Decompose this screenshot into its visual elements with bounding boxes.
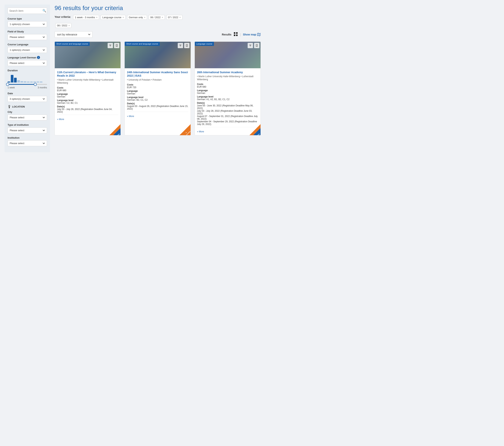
duration-slider-min-thumb[interactable] [6,83,9,86]
card-1-language: Language German [57,93,118,98]
card-1-actions [108,43,119,48]
card-2-ribbon: ✦ Scholarships [174,118,191,135]
show-map-button[interactable]: Show map [243,33,261,37]
duration-slider-labels: 1 week 3 months [8,86,47,89]
card-1-dates: Date(s) July 03 - July 28, 2022 (Registr… [57,105,118,113]
criteria-tag-close-icon[interactable]: × [144,16,145,19]
course-language-label: Course Language [8,43,47,46]
card-3-filter-button[interactable] [248,43,253,48]
criteria-tag-close-icon[interactable]: × [96,16,97,19]
results-view: Results | Show map [222,32,261,38]
map-icon [257,33,261,37]
svg-rect-4 [234,35,235,36]
location-header: LOCATION [8,105,47,108]
card-3-actions [248,43,259,48]
card-3-title[interactable]: 26th International Summer Academy [197,71,258,74]
institution-select[interactable]: Please select [8,140,47,146]
card-3-divider [197,127,258,127]
card-3-more-link[interactable]: » More [197,130,204,133]
criteria-tag-08-2022[interactable]: 08 / 2022 × [55,23,72,28]
duration-bar [24,81,26,82]
grid-view-icon [234,32,238,36]
card-1-more-link[interactable]: » More [57,118,64,121]
card-2-filter-button[interactable] [178,43,183,48]
card-1-online-ribbon: 🖥 Online [109,128,121,135]
criteria-tag-close-icon[interactable]: × [162,16,163,19]
search-button[interactable]: 🔍 [42,9,46,13]
card-2-dates: Date(s) August 03 - August 26, 2022 (Reg… [127,102,188,110]
field-of-study-select[interactable]: Please select [8,34,47,40]
svg-point-1 [9,106,10,106]
duration-filter: Duration 1 week 3 month [8,69,47,89]
card-3-image-container: Language course [195,42,261,68]
criteria-tag-german-only[interactable]: German only × [127,15,147,20]
card-1-bookmark-button[interactable] [114,43,119,48]
cards-grid: Short course and language course [54,41,261,136]
bookmark-icon [186,44,188,47]
card-1-title[interactable]: 11th Current Literature – Here's What Ge… [57,71,118,77]
svg-rect-5 [236,35,238,36]
duration-bar [11,75,14,82]
card-1-institution: • Martin Luther University Halle-Wittenb… [57,78,118,84]
institution-type-select[interactable]: Please select [8,127,47,133]
duration-chart [8,73,47,82]
card-2-title[interactable]: 24th International Summer Academy Sans S… [127,71,188,77]
card-2-language: Language German [127,90,188,95]
sort-controls: sort by relevance sort by date sort by n… [54,31,261,38]
card-1-divider [57,115,118,115]
institution-filter: Institution Please select [8,136,47,146]
language-level-info-icon[interactable]: i [37,56,40,59]
criteria-label: Your criteria: [54,15,71,19]
duration-bar [14,78,17,82]
language-level-select[interactable]: Please select [8,60,47,66]
duration-bar [40,81,42,82]
card-3-language: Language German [197,89,258,95]
search-input[interactable] [9,9,42,12]
results-title: 96 results for your criteria [54,4,261,12]
city-label: City [8,111,47,113]
card-2-language-level: Language level German: B2, C1, C2 [127,96,188,101]
duration-slider-max-thumb[interactable] [34,83,37,86]
city-select[interactable]: Please select [8,115,47,120]
date-select[interactable]: 3 option(s) chosen [8,96,47,102]
date-label: Date [8,92,47,95]
course-type-select[interactable]: 1 option(s) chosen [8,21,47,27]
card-2-bookmark-button[interactable] [184,43,189,48]
course-type-label: Course type [8,17,47,20]
grid-view-button[interactable] [233,32,238,38]
sort-select[interactable]: sort by relevance sort by date sort by n… [54,31,92,38]
card-3-bookmark-button[interactable] [254,43,259,48]
card-1-badge: Short course and language course [55,42,90,46]
card-1-filter-button[interactable] [108,43,113,48]
card-2-costs: Costs EUR 720 [127,83,188,89]
criteria-tag-close-icon[interactable]: × [123,16,124,19]
card-3-language-level: Language level German: A1, A2, B1, B2, C… [197,95,258,101]
criteria-tag-06-2022[interactable]: 06 / 2022 × [148,15,165,20]
bookmark-icon [116,44,118,47]
criteria-bar-row2: 08 / 2022 × [55,23,261,28]
bookmark-icon [256,44,258,47]
criteria-tag-1week[interactable]: 1 week - 3 months × [73,15,99,20]
sidebar: 🔍 Course type 1 option(s) chosen Field o… [4,4,50,152]
card-2-body: 24th International Summer Academy Sans S… [125,68,190,120]
field-of-study-label: Field of Study [8,30,47,33]
duration-bar [8,81,10,82]
criteria-tag-close-icon[interactable]: × [180,16,181,19]
course-language-select[interactable]: 1 option(s) chosen [8,47,47,53]
date-filter: Date 3 option(s) chosen [8,92,47,102]
duration-label: Duration [8,69,47,72]
criteria-tag-07-2022[interactable]: 07 / 2022 × [166,15,182,20]
course-card-2: Short course and language course [125,41,191,136]
duration-bar [20,81,23,83]
criteria-tag-language-course[interactable]: Language course × [101,15,126,20]
card-2-more-link[interactable]: » More [127,115,134,117]
course-card-1: Short course and language course [54,41,121,136]
language-level-label: Language Level German i [8,56,47,59]
card-1-body: 11th Current Literature – Here's What Ge… [55,68,121,123]
card-3-institution: • Martin Luther University Halle-Wittenb… [197,75,258,81]
criteria-tag-close-icon[interactable]: × [68,24,70,27]
main-content: 96 results for your criteria Your criter… [54,4,261,152]
location-section: LOCATION City Please select Type of inst… [8,105,47,146]
view-divider: | [240,33,241,37]
language-level-filter: Language Level German i Please select [8,56,47,66]
